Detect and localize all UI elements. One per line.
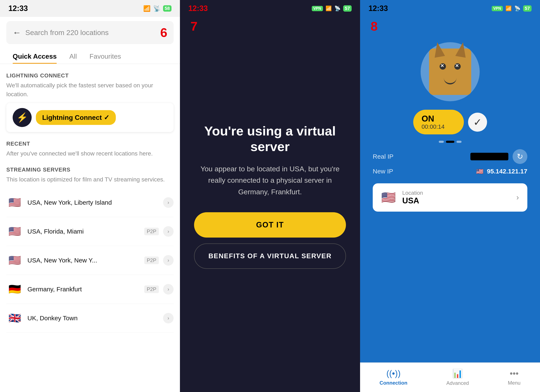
wifi-icon-3: 📡 <box>514 5 520 11</box>
step-number-2: 7 <box>190 19 197 34</box>
on-timer: 00:00:14 <box>422 123 445 130</box>
mascot-eye-left <box>440 63 446 70</box>
search-input[interactable]: Search from 220 locations <box>25 29 156 37</box>
real-ip-row: Real IP ↻ <box>373 149 527 164</box>
status-bar-1: 12:33 📶 📡 58 <box>0 0 180 17</box>
bottom-nav: ((•)) Connection 📊 Advanced ••• Menu <box>360 362 540 392</box>
lightning-desc: We'll automatically pick the fastest ser… <box>6 81 174 99</box>
mascot-ear-left <box>432 41 445 58</box>
mascot-smile <box>444 78 456 84</box>
new-ip-flag: 🇺🇸 <box>476 168 484 175</box>
tab-favourites[interactable]: Favourites <box>83 48 127 64</box>
back-button[interactable]: ← <box>13 28 21 37</box>
dialog-content: You're using a virtual server You appear… <box>180 123 360 269</box>
section-content: LIGHTNING CONNECT We'll automatically pi… <box>0 64 180 392</box>
flag-usa1: 🇺🇸 <box>6 194 23 211</box>
dots-indicator <box>360 141 540 143</box>
ip-section: Real IP ↻ New IP 🇺🇸 95.142.121.17 <box>373 149 527 175</box>
p2p-badge-4: P2P <box>144 286 159 293</box>
on-button-area: ON 00:00:14 ✓ <box>360 110 540 134</box>
check-icon[interactable]: ✓ <box>468 113 487 132</box>
location-name-2: USA, Florida, Miami <box>27 228 140 235</box>
location-name-3: USA, New York, New Y... <box>27 257 140 264</box>
flag-usa3: 🇺🇸 <box>6 252 23 269</box>
step-number-3: 8 <box>371 19 378 34</box>
battery-3: 57 <box>523 5 532 12</box>
p2p-badge-2: P2P <box>144 228 159 235</box>
lightning-title: LIGHTNING CONNECT <box>6 72 174 79</box>
mascot-eye-right <box>454 63 461 70</box>
location-flag: 🇺🇸 <box>381 191 396 204</box>
streaming-title: STREAMING SERVERS <box>6 166 174 173</box>
status-icons-3: VPN 📶 📡 57 <box>492 5 532 12</box>
advanced-icon: 📊 <box>452 369 463 378</box>
lightning-connect-button[interactable]: Lightning Connect ✓ <box>36 110 116 125</box>
got-it-button[interactable]: GOT IT <box>194 212 346 238</box>
search-bar[interactable]: ← Search from 220 locations 6 <box>6 21 174 44</box>
p2p-badge-3: P2P <box>144 256 159 264</box>
tab-quick-access[interactable]: Quick Access <box>6 48 63 64</box>
chevron-right-icon-5[interactable]: › <box>163 313 174 323</box>
nav-connection[interactable]: ((•)) Connection <box>380 369 407 386</box>
location-chevron-icon[interactable]: › <box>516 193 519 202</box>
benefits-button[interactable]: BENEFITS OF A VIRTUAL SERVER <box>194 243 346 269</box>
advanced-label: Advanced <box>446 380 469 386</box>
time-2: 12:33 <box>188 4 208 13</box>
location-name-4: Germany, Frankfurt <box>27 286 140 293</box>
wifi-icon: 📡 <box>153 5 160 12</box>
vpn-badge: VPN <box>312 6 323 11</box>
lightning-card[interactable]: ⚡ Lightning Connect ✓ <box>6 103 174 132</box>
chevron-right-icon-4[interactable]: › <box>163 284 174 295</box>
list-item[interactable]: 🇬🇧 UK, Donkey Town › <box>6 304 174 333</box>
on-label: ON <box>422 114 434 123</box>
real-ip-label: Real IP <box>373 153 393 160</box>
signal-icon-2: 📶 <box>325 5 332 11</box>
tab-all[interactable]: All <box>63 48 83 64</box>
mascot-circle <box>421 42 480 101</box>
status-bar-2: 12:33 VPN 📶 📡 57 <box>180 0 360 17</box>
chevron-right-icon-2[interactable]: › <box>163 226 174 237</box>
wifi-icon-2: 📡 <box>334 5 341 11</box>
status-bar-3: 12:33 VPN 📶 📡 57 <box>360 0 540 17</box>
list-item[interactable]: 🇩🇪 Germany, Frankfurt P2P › <box>6 275 174 304</box>
panel-3: 12:33 VPN 📶 📡 57 8 ON 00:00:14 ✓ <box>360 0 540 392</box>
new-ip-value: 🇺🇸 95.142.121.17 <box>476 168 527 175</box>
menu-label: Menu <box>508 380 520 386</box>
battery-1: 58 <box>163 5 171 12</box>
dot-1 <box>439 141 444 143</box>
status-icons-2: VPN 📶 📡 57 <box>312 5 352 12</box>
connection-icon: ((•)) <box>386 369 400 378</box>
nav-advanced[interactable]: 📊 Advanced <box>446 369 469 386</box>
nav-menu[interactable]: ••• Menu <box>508 369 520 386</box>
location-country: USA <box>402 196 510 205</box>
tabs-row: Quick Access All Favourites <box>0 48 180 64</box>
on-toggle[interactable]: ON 00:00:14 <box>413 110 464 134</box>
lightning-icon: ⚡ <box>13 108 32 127</box>
recent-desc: After you've connected we'll show recent… <box>6 149 174 158</box>
flag-uk: 🇬🇧 <box>6 310 23 327</box>
chevron-right-icon-3[interactable]: › <box>163 255 174 266</box>
list-item[interactable]: 🇺🇸 USA, New York, Liberty Island › <box>6 188 174 217</box>
chevron-right-icon-1[interactable]: › <box>163 197 174 208</box>
list-item[interactable]: 🇺🇸 USA, New York, New Y... P2P › <box>6 246 174 275</box>
time-3: 12:33 <box>369 4 388 13</box>
recent-title: RECENT <box>6 141 174 147</box>
refresh-button[interactable]: ↻ <box>513 149 527 164</box>
dialog-desc: You appear to be located in USA, but you… <box>193 163 347 197</box>
mascot-ear-right <box>455 41 468 58</box>
dot-3 <box>456 141 461 143</box>
list-item[interactable]: 🇺🇸 USA, Florida, Miami P2P › <box>6 217 174 246</box>
signal-icon: 📶 <box>143 5 151 12</box>
real-ip-redacted <box>470 153 508 160</box>
dot-2 <box>446 141 454 143</box>
streaming-desc: This location is optimized for film and … <box>6 175 174 184</box>
menu-icon: ••• <box>510 369 519 378</box>
panel-2: 12:33 VPN 📶 📡 57 7 You're using a virtua… <box>180 0 360 392</box>
panel-1: 12:33 📶 📡 58 ← Search from 220 locations… <box>0 0 180 392</box>
battery-2: 57 <box>343 5 352 12</box>
location-card[interactable]: 🇺🇸 Location USA › <box>373 183 527 212</box>
connection-label: Connection <box>380 380 407 386</box>
location-label: Location <box>402 190 510 196</box>
step-number-1: 6 <box>160 25 167 40</box>
new-ip-row: New IP 🇺🇸 95.142.121.17 <box>373 168 527 175</box>
